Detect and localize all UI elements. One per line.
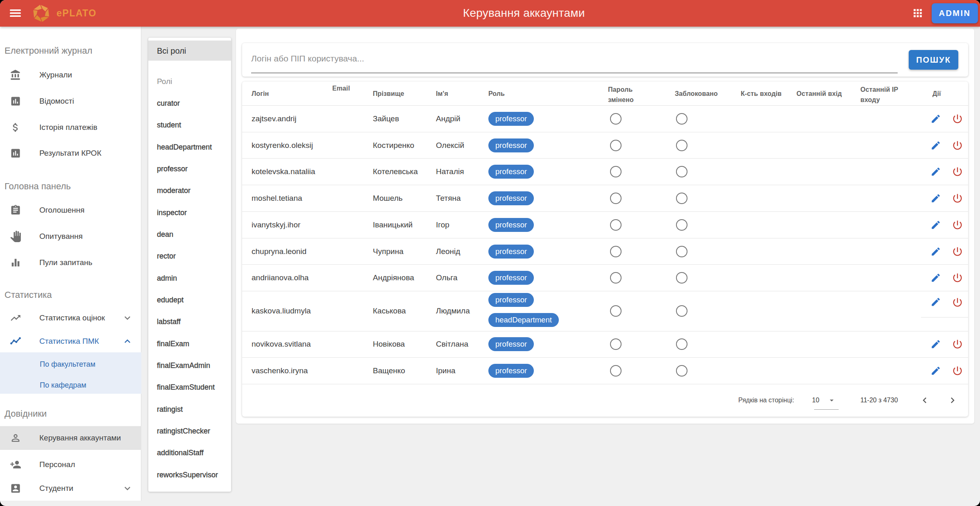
apps-grid-icon[interactable] [912, 7, 924, 19]
role-chip: professor [488, 165, 534, 179]
role-filter-item[interactable]: finalExam [148, 333, 231, 354]
role-filter-item[interactable]: inspector [148, 202, 231, 223]
rows-per-page-caret-icon[interactable] [827, 396, 836, 405]
sidebar-item-linechart[interactable]: Статистика ПМК [0, 331, 141, 351]
blocked-radio[interactable] [676, 305, 687, 317]
deactivate-button[interactable] [952, 193, 963, 204]
deactivate-button[interactable] [952, 365, 963, 377]
role-filter-item[interactable]: labstaff [148, 311, 231, 333]
sidebar-item-bank[interactable]: Журнали [0, 65, 141, 85]
sidebar-item-trending[interactable]: Статистика оцінок [0, 308, 141, 328]
role-filter-item[interactable]: finalExamAdmin [148, 355, 231, 377]
sidebar-item-label: Історія платежів [39, 123, 98, 132]
role-chips: professor [488, 218, 534, 232]
sidebar-item-clipboard[interactable]: Оголошення [0, 200, 141, 220]
firstname-cell: Світлана [436, 331, 468, 358]
password-changed-radio[interactable] [610, 246, 622, 257]
deactivate-button[interactable] [952, 219, 963, 231]
sidebar-item-person[interactable]: Керування аккаунтами [0, 428, 141, 448]
role-filter-item[interactable]: dean [148, 223, 231, 245]
firstname-cell: Тетяна [436, 185, 461, 211]
search-input[interactable] [251, 50, 898, 67]
deactivate-button[interactable] [952, 272, 963, 284]
blocked-radio[interactable] [676, 113, 687, 125]
blocked-radio[interactable] [676, 166, 687, 177]
deactivate-button[interactable] [952, 140, 963, 151]
menu-icon[interactable] [10, 9, 21, 17]
blocked-radio[interactable] [676, 219, 687, 231]
deactivate-button[interactable] [952, 246, 963, 257]
login-cell: kostyrenko.oleksij [252, 132, 313, 159]
role-filter-item[interactable]: edudept [148, 289, 231, 311]
edit-button[interactable] [930, 365, 941, 376]
deactivate-button[interactable] [952, 166, 963, 177]
role-filter-item[interactable]: admin [148, 267, 231, 289]
firstname-cell: Ірина [436, 358, 456, 384]
edit-button[interactable] [930, 166, 941, 177]
password-changed-radio[interactable] [610, 166, 622, 177]
role-filter-item[interactable]: professor [148, 158, 231, 179]
password-changed-radio[interactable] [610, 305, 622, 317]
person-icon [10, 432, 21, 444]
password-changed-radio[interactable] [610, 272, 622, 284]
password-changed-radio[interactable] [610, 365, 622, 377]
role-filter-item[interactable]: additionalStaff [148, 442, 231, 464]
blocked-radio[interactable] [676, 272, 687, 284]
search-card: ПОШУК [242, 43, 968, 77]
deactivate-button[interactable] [952, 113, 963, 125]
sidebar-item-hand[interactable]: Опитування [0, 227, 141, 246]
blocked-radio[interactable] [676, 246, 687, 257]
edit-button[interactable] [930, 220, 941, 230]
password-changed-radio[interactable] [610, 193, 622, 204]
role-filter-item[interactable]: ratingist [148, 398, 231, 420]
sidebar-item-equalizer[interactable]: Пули запитань [0, 253, 141, 272]
all-roles-item[interactable]: Всі ролі [148, 41, 231, 61]
role-filter-item[interactable]: curator [148, 92, 231, 114]
blocked-radio[interactable] [676, 140, 687, 151]
search-underline [251, 73, 898, 73]
role-filter-item[interactable]: ratingistChecker [148, 420, 231, 442]
app-window: ePLATO Керування аккаунтами ADMIN Електр… [0, 0, 980, 506]
role-filter-item[interactable]: headDepartment [148, 136, 231, 158]
blocked-radio[interactable] [676, 338, 687, 350]
rows-per-page-select[interactable]: 10 [812, 397, 819, 404]
password-changed-radio[interactable] [610, 113, 622, 125]
edit-button[interactable] [930, 140, 941, 151]
role-filter-item[interactable]: finalExamStudent [148, 377, 231, 398]
chevron-down-icon[interactable] [122, 312, 133, 324]
edit-button[interactable] [930, 272, 941, 283]
sidebar-subitem[interactable]: По факультетам [40, 360, 95, 369]
role-filter-item[interactable]: student [148, 114, 231, 136]
edit-button[interactable] [930, 193, 941, 204]
password-changed-radio[interactable] [610, 338, 622, 350]
deactivate-button[interactable] [952, 297, 963, 308]
search-button[interactable]: ПОШУК [909, 50, 958, 70]
deactivate-button[interactable] [952, 338, 963, 350]
sidebar-subitem[interactable]: По кафедрам [40, 381, 86, 390]
role-filter-item[interactable]: reworksSupervisor [148, 464, 231, 486]
role-filter-item[interactable]: rector [148, 245, 231, 267]
sidebar-item-poll[interactable]: Відомості [0, 91, 141, 111]
column-header: Логін [252, 82, 269, 106]
sidebar-item-label: Персонал [39, 460, 75, 469]
role-filter-item[interactable]: moderator [148, 180, 231, 202]
previous-page-button[interactable] [919, 395, 930, 406]
chevron-up-icon[interactable] [122, 336, 133, 347]
equalizer-icon [10, 257, 21, 268]
sidebar-item-person-add[interactable]: Персонал [0, 455, 141, 474]
edit-button[interactable] [930, 113, 941, 124]
edit-button[interactable] [930, 297, 941, 307]
blocked-radio[interactable] [676, 365, 687, 377]
sidebar-item-dollar[interactable]: Історія платежів [0, 118, 141, 137]
password-changed-radio[interactable] [610, 219, 622, 231]
password-changed-radio[interactable] [610, 140, 622, 151]
chevron-down-icon[interactable] [122, 483, 133, 494]
blocked-radio[interactable] [676, 193, 687, 204]
sidebar-item-poll[interactable]: Результати КРОК [0, 143, 141, 163]
surname-cell: Мошель [373, 185, 403, 211]
edit-button[interactable] [930, 246, 941, 257]
admin-button[interactable]: ADMIN [932, 3, 978, 23]
next-page-button[interactable] [947, 395, 958, 406]
edit-button[interactable] [930, 339, 941, 349]
sidebar-item-account-box[interactable]: Студенти [0, 479, 141, 498]
